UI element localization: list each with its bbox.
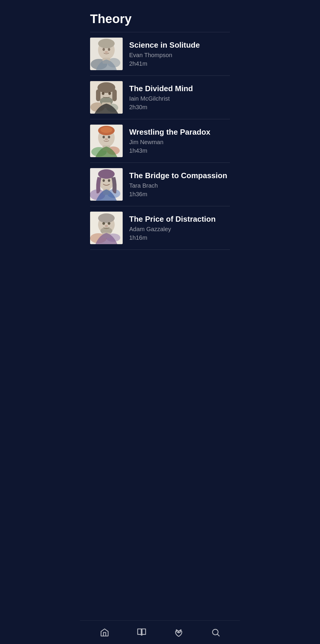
list-divider [90, 249, 230, 250]
svg-rect-7 [105, 51, 108, 53]
lotus-icon [174, 628, 183, 637]
item-info: Science in Solitude Evan Thompson 2h41m [129, 41, 230, 67]
item-author: Evan Thompson [129, 52, 230, 59]
list-item[interactable]: Wrestling the Paradox Jim Newman 1h43m [80, 119, 240, 163]
item-duration: 2h41m [129, 60, 230, 67]
list-item[interactable]: The Price of Distraction Adam Gazzaley 1… [80, 206, 240, 250]
svg-point-45 [108, 222, 111, 225]
item-thumbnail [90, 125, 123, 157]
book-open-icon [137, 628, 146, 637]
list-item[interactable]: The Divided Mind Iain McGilchrist 2h30m [80, 76, 240, 119]
svg-point-48 [212, 629, 218, 635]
svg-point-36 [108, 179, 110, 182]
svg-point-34 [98, 169, 115, 179]
svg-point-25 [100, 127, 112, 133]
item-author: Iain McGilchrist [129, 95, 230, 102]
svg-point-27 [108, 136, 110, 139]
svg-rect-14 [96, 89, 100, 101]
svg-point-5 [103, 48, 105, 51]
svg-rect-28 [105, 138, 108, 140]
home-icon [100, 628, 109, 637]
item-duration: 2h30m [129, 104, 230, 111]
list-item[interactable]: The Bridge to Compassion Tara Brach 1h36… [80, 163, 240, 206]
svg-point-4 [98, 39, 115, 48]
item-duration: 1h43m [129, 147, 230, 154]
list-item[interactable]: Science in Solitude Evan Thompson 2h41m [80, 32, 240, 76]
list-item[interactable]: Wrestling the Paradox Jim Newman 1h43m [80, 119, 240, 162]
item-info: The Divided Mind Iain McGilchrist 2h30m [129, 84, 230, 110]
item-info: The Bridge to Compassion Tara Brach 1h36… [129, 171, 230, 197]
item-author: Adam Gazzaley [129, 226, 230, 233]
item-title: The Price of Distraction [129, 215, 230, 224]
svg-point-18 [108, 92, 111, 95]
item-title: Science in Solitude [129, 41, 230, 50]
nav-search[interactable] [197, 621, 234, 644]
item-title: The Bridge to Compassion [129, 171, 230, 180]
item-title: Wrestling the Paradox [129, 128, 230, 137]
svg-rect-46 [105, 225, 108, 227]
svg-line-49 [217, 634, 219, 636]
item-title: The Divided Mind [129, 84, 230, 93]
nav-home[interactable] [86, 621, 123, 644]
svg-rect-15 [112, 89, 117, 101]
svg-point-35 [103, 179, 105, 182]
item-info: The Price of Distraction Adam Gazzaley 1… [129, 215, 230, 241]
item-duration: 1h36m [129, 191, 230, 198]
list-item[interactable]: The Price of Distraction Adam Gazzaley 1… [80, 206, 240, 249]
list-item[interactable]: The Divided Mind Iain McGilchrist 2h30m [80, 76, 240, 119]
svg-point-6 [108, 48, 110, 51]
item-thumbnail [90, 212, 123, 244]
svg-point-42 [98, 213, 115, 223]
nav-mindful[interactable] [160, 621, 197, 644]
item-thumbnail [90, 81, 123, 114]
page-header: Theory [80, 0, 240, 32]
item-info: Wrestling the Paradox Jim Newman 1h43m [129, 128, 230, 154]
svg-point-26 [103, 136, 105, 139]
page-title: Theory [80, 0, 240, 32]
item-thumbnail [90, 38, 123, 70]
content-list: Science in Solitude Evan Thompson 2h41m [80, 32, 240, 620]
list-item[interactable]: The Bridge to Compassion Tara Brach 1h36… [80, 163, 240, 206]
svg-point-44 [103, 222, 105, 225]
list-item[interactable]: Science in Solitude Evan Thompson 2h41m [80, 32, 240, 75]
bottom-navigation [80, 620, 240, 644]
item-author: Tara Brach [129, 182, 230, 189]
nav-library[interactable] [123, 621, 160, 644]
svg-point-17 [102, 92, 105, 95]
item-duration: 1h16m [129, 234, 230, 241]
item-thumbnail [90, 168, 123, 201]
search-icon [211, 628, 220, 637]
item-author: Jim Newman [129, 139, 230, 146]
